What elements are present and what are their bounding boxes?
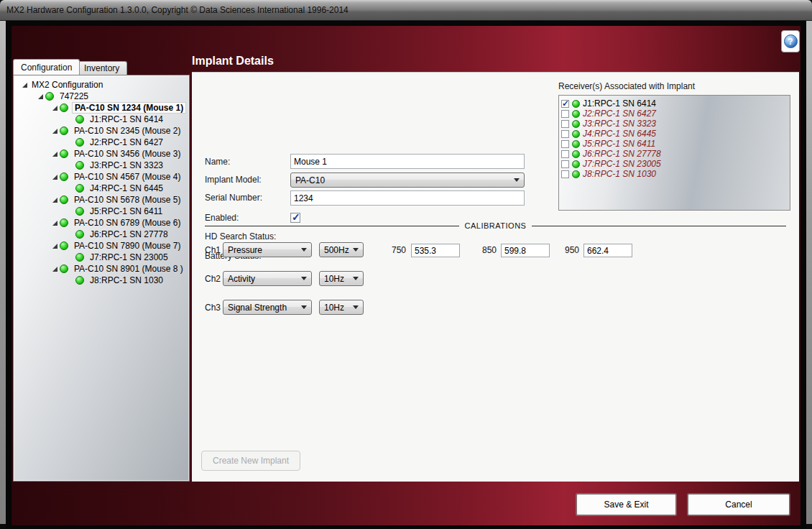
tree-item-receiver[interactable]: J5:RPC-1 SN 6411 xyxy=(14,206,189,217)
expander-icon[interactable] xyxy=(50,198,60,203)
tree-item-implant[interactable]: PA-C10 SN 8901 (Mouse 8 ) xyxy=(14,263,189,275)
tree-item-receiver[interactable]: J7:RPC-1 SN 23005 xyxy=(14,252,189,263)
status-dot-icon xyxy=(572,140,580,148)
ch1-label: Ch1 xyxy=(205,245,221,255)
tree-item-label: PA-C10 SN 7890 (Mouse 7) xyxy=(72,241,183,251)
status-dot-icon xyxy=(75,207,84,216)
chevron-down-icon xyxy=(353,305,359,309)
status-dot-icon xyxy=(75,184,84,193)
receiver-row[interactable]: J8:RPC-1 SN 1030 xyxy=(559,169,790,179)
tree-item-label: PA-C10 SN 4567 (Mouse 4) xyxy=(72,172,183,182)
save-exit-button[interactable]: Save & Exit xyxy=(576,494,676,515)
tree-item-label: J3:RPC-1 SN 3323 xyxy=(88,160,165,170)
receiver-label: J4:RPC-1 SN 6445 xyxy=(583,129,656,139)
separator-line xyxy=(205,226,459,226)
receiver-checkbox[interactable] xyxy=(561,100,569,108)
tree-item-implant[interactable]: PA-C10 SN 4567 (Mouse 4) xyxy=(14,171,189,183)
receiver-checkbox[interactable] xyxy=(561,140,569,148)
tree-item-implant[interactable]: PA-C10 SN 1234 (Mouse 1) xyxy=(14,102,189,114)
receiver-row[interactable]: J1:RPC-1 SN 6414 xyxy=(559,98,790,109)
name-input[interactable] xyxy=(290,154,525,169)
cancel-button[interactable]: Cancel xyxy=(688,494,790,515)
tree-item-label: PA-C10 SN 2345 (Mouse 2) xyxy=(72,126,183,136)
title-bar[interactable]: MX2 Hardware Configuration 1.3.0.0, Copy… xyxy=(0,0,812,21)
cal-value-750-input[interactable] xyxy=(411,244,460,257)
expander-icon[interactable] xyxy=(35,94,45,99)
status-dot-icon xyxy=(60,104,68,112)
expander-icon[interactable] xyxy=(50,244,60,249)
window-frame-left xyxy=(0,21,6,524)
tree-item-implant[interactable]: PA-C10 SN 2345 (Mouse 2) xyxy=(14,125,189,137)
receiver-checkbox[interactable] xyxy=(561,150,569,158)
expander-icon[interactable] xyxy=(50,129,60,134)
receiver-checkbox[interactable] xyxy=(561,120,569,128)
help-icon: ? xyxy=(784,34,798,48)
tree-item-receiver[interactable]: J1:RPC-1 SN 6414 xyxy=(14,114,189,125)
tree-item-receiver[interactable]: J6:RPC-1 SN 27778 xyxy=(14,229,189,240)
tree-item-label: MX2 Configuration xyxy=(29,80,105,90)
expander-icon[interactable] xyxy=(50,152,60,157)
receiver-row[interactable]: J5:RPC-1 SN 6411 xyxy=(559,139,790,149)
tree-item-implant[interactable]: PA-C10 SN 6789 (Mouse 6) xyxy=(14,217,189,229)
status-dot-icon xyxy=(60,196,68,204)
receiver-row[interactable]: J7:RPC-1 SN 23005 xyxy=(559,159,790,169)
tab-inventory[interactable]: Inventory xyxy=(76,61,127,75)
tree-item-label: 747225 xyxy=(57,91,91,101)
status-dot-icon xyxy=(60,172,68,181)
expander-icon[interactable] xyxy=(50,106,60,111)
ch1-type-dropdown[interactable]: Pressure xyxy=(223,242,312,257)
receiver-label: J5:RPC-1 SN 6411 xyxy=(583,139,655,149)
receiver-checkbox[interactable] xyxy=(561,130,569,138)
window-client-area: ? Configuration Inventory MX2 Configurat… xyxy=(6,21,806,529)
tree-item-receiver[interactable]: J3:RPC-1 SN 3323 xyxy=(14,160,189,171)
tree-item-label: PA-C10 SN 5678 (Mouse 5) xyxy=(72,195,183,205)
cal-value-950-input[interactable] xyxy=(583,244,632,257)
ch3-type-value: Signal Strength xyxy=(228,303,287,313)
app-window: MX2 Hardware Configuration 1.3.0.0, Copy… xyxy=(0,0,812,529)
ch3-rate-dropdown[interactable]: 10Hz xyxy=(319,300,364,315)
tree-item-device[interactable]: 747225 xyxy=(14,91,189,102)
tab-configuration[interactable]: Configuration xyxy=(13,59,80,75)
chevron-down-icon xyxy=(301,305,307,309)
receiver-checkbox[interactable] xyxy=(561,170,569,178)
receiver-row[interactable]: J6:RPC-1 SN 27778 xyxy=(559,149,790,159)
cal-value-850-input[interactable] xyxy=(501,244,550,257)
status-dot-icon xyxy=(75,138,84,147)
ch3-type-dropdown[interactable]: Signal Strength xyxy=(223,300,312,315)
calibrations-title: CALIBRATIONS xyxy=(459,221,532,230)
expander-icon[interactable] xyxy=(19,83,29,88)
status-dot-icon xyxy=(60,126,68,135)
receiver-row[interactable]: J2:RPC-1 SN 6427 xyxy=(559,109,790,119)
tree-item-root[interactable]: MX2 Configuration xyxy=(14,79,189,91)
tree-item-receiver[interactable]: J4:RPC-1 SN 6445 xyxy=(14,183,189,194)
expander-icon[interactable] xyxy=(50,175,60,180)
status-dot-icon xyxy=(572,160,580,168)
status-dot-icon xyxy=(572,110,580,118)
implant-model-dropdown[interactable]: PA-C10 xyxy=(290,172,525,188)
receiver-row[interactable]: J3:RPC-1 SN 3323 xyxy=(559,119,790,129)
app-background: ? Configuration Inventory MX2 Configurat… xyxy=(11,26,801,525)
tree-item-receiver[interactable]: J2:RPC-1 SN 6427 xyxy=(14,137,189,148)
receiver-checkbox[interactable] xyxy=(561,160,569,168)
serial-number-input[interactable] xyxy=(290,190,525,206)
status-dot-icon xyxy=(75,115,84,124)
receivers-listbox: J1:RPC-1 SN 6414 J2:RPC-1 SN 6427 J3:RPC… xyxy=(558,95,790,211)
tree-item-label: J4:RPC-1 SN 6445 xyxy=(88,183,165,193)
configuration-tree: MX2 Configuration 747225 PA-C10 SN 1234 … xyxy=(13,75,190,482)
page-title: Implant Details xyxy=(192,55,274,68)
receiver-label: J8:RPC-1 SN 1030 xyxy=(583,169,656,179)
expander-icon[interactable] xyxy=(50,267,60,272)
tree-item-receiver[interactable]: J8:RPC-1 SN 1030 xyxy=(14,275,189,286)
create-new-implant-button[interactable]: Create New Implant xyxy=(201,451,300,471)
ch2-rate-dropdown[interactable]: 10Hz xyxy=(319,271,364,286)
receiver-row[interactable]: J4:RPC-1 SN 6445 xyxy=(559,129,790,139)
tree-item-label: J1:RPC-1 SN 6414 xyxy=(88,114,165,124)
tree-item-implant[interactable]: PA-C10 SN 5678 (Mouse 5) xyxy=(14,194,189,206)
ch2-type-dropdown[interactable]: Activity xyxy=(223,271,312,286)
help-button[interactable]: ? xyxy=(781,30,800,52)
receiver-checkbox[interactable] xyxy=(561,110,569,118)
tree-item-implant[interactable]: PA-C10 SN 7890 (Mouse 7) xyxy=(14,240,189,252)
expander-icon[interactable] xyxy=(50,221,60,226)
tree-item-implant[interactable]: PA-C10 SN 3456 (Mouse 3) xyxy=(14,148,189,160)
ch1-rate-dropdown[interactable]: 500Hz xyxy=(319,242,364,257)
